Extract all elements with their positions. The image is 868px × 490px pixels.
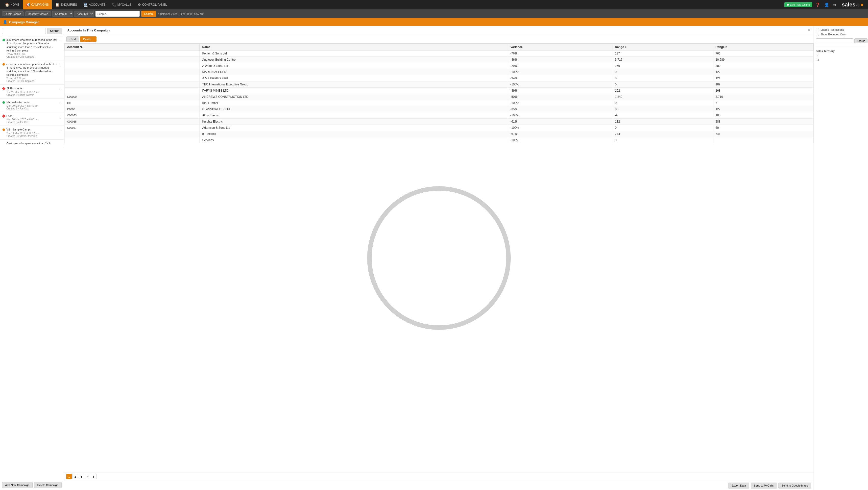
campaign-item[interactable]: Customer who spent more than 2K in — [0, 140, 64, 147]
nav-control-panel[interactable]: ⚙ CONTROL PANEL — [135, 0, 170, 9]
campaign-created-by: Created By:Victor Strumidlo — [6, 135, 59, 137]
delete-campaign-button[interactable]: Delete Campaign — [34, 482, 62, 488]
page-5-button[interactable]: 5 — [91, 474, 96, 479]
table-row[interactable]: Fenton & Sons Ltd -76% 187 766 — [65, 51, 813, 57]
nav-home[interactable]: 🏠 HOME — [2, 0, 22, 9]
cell-range1: -9 — [612, 112, 713, 119]
cell-variance: -100% — [508, 82, 612, 88]
table-row[interactable]: C00053 Alton Electro -108% -9 105 — [65, 112, 813, 119]
table-row[interactable]: C0 Kirk Lumber -100% 0 7 — [65, 100, 813, 106]
export-data-button[interactable]: Export Data — [728, 483, 749, 489]
col-variance[interactable]: Variance — [508, 44, 612, 51]
cell-acct-num: C00000 — [65, 94, 200, 100]
campaign-item[interactable]: All Prospects Tue 28 Mar 2017 at 11:57 a… — [0, 85, 64, 98]
right-panel-search-button[interactable]: Search — [855, 38, 868, 43]
cell-acct-num: C0 — [65, 100, 200, 106]
table-row[interactable]: Services -100% 0 — [65, 137, 813, 143]
col-name[interactable]: Name — [200, 44, 508, 51]
table-row[interactable]: C00000 ANDREWS CONSTRUCTION LTD -50% 1,8… — [65, 94, 813, 100]
accounts-table-wrapper[interactable]: Account N... Name Variance Range 1 Range… — [64, 44, 813, 472]
cell-variance: -61% — [508, 119, 612, 125]
right-content: Accounts In This Campaign ✕ CRM Dashb...… — [64, 26, 813, 490]
page-4-button[interactable]: 4 — [85, 474, 90, 479]
send-to-mycalls-button[interactable]: Send to MyCalls — [751, 483, 777, 489]
enquiries-icon: 📋 — [55, 3, 59, 7]
page-2-button[interactable]: 2 — [72, 474, 78, 479]
page-1-button[interactable]: 1 — [66, 474, 72, 479]
nav-campaigns[interactable]: 📢 CAMPAIGNS — [23, 0, 52, 9]
page-3-button[interactable]: 3 — [79, 474, 84, 479]
table-row[interactable]: n Electrics -67% 244 741 — [65, 131, 813, 137]
campaign-date: Tue 14 Mar 2017 at 12:57 pm — [6, 132, 59, 135]
tab-dashboard[interactable]: Dashb... — [80, 36, 96, 42]
search-go-button[interactable]: Search — [141, 11, 156, 17]
table-row[interactable]: A Water & Sons Ltd -29% 269 380 — [65, 63, 813, 69]
table-row[interactable]: C00055 Knights Electric -61% 112 288 — [65, 119, 813, 125]
campaign-created-by: Created By:Joe Cox — [6, 121, 59, 123]
enable-restrictions-checkbox[interactable] — [816, 28, 819, 31]
campaign-status-dot — [2, 128, 5, 131]
cell-range2: 168 — [713, 88, 813, 94]
cell-range2: 189 — [713, 82, 813, 88]
territory-item-01[interactable]: 01 — [816, 54, 866, 58]
col-range2[interactable]: Range 2 — [713, 44, 813, 51]
campaign-item[interactable]: customers who have purchased in the last… — [0, 60, 64, 85]
col-range1[interactable]: Range 1 — [612, 44, 713, 51]
col-acct-num[interactable]: Account N... — [65, 44, 200, 51]
quick-search-button[interactable]: Quick Search — [2, 11, 24, 16]
right-panel-scroll[interactable]: 01 04 — [816, 54, 866, 488]
enable-restrictions-label: Enable Restrictions — [820, 28, 844, 31]
table-row[interactable]: A & A Builders Yard -94% 8 121 — [65, 75, 813, 82]
sidebar-search-input[interactable] — [2, 28, 46, 34]
nav-mycalls[interactable]: 📞 MYCALLS — [109, 0, 134, 9]
cell-range2: 60 — [713, 125, 813, 131]
right-panel-search-input[interactable] — [816, 38, 854, 43]
cell-range1: 112 — [612, 119, 713, 125]
nav-accounts[interactable]: 🏦 ACCOUNTS — [81, 0, 108, 9]
recently-viewed-button[interactable]: Recently Viewed — [25, 11, 51, 16]
cell-variance: -100% — [508, 100, 612, 106]
logo: sales-i ● — [839, 1, 866, 8]
cell-name: Knights Electric — [200, 119, 508, 125]
cell-range2: 766 — [713, 51, 813, 57]
nav-enquiries[interactable]: 📋 ENQUIRIES — [52, 0, 80, 9]
help-icon[interactable]: ❓ — [814, 1, 821, 8]
cell-acct-num — [65, 63, 200, 69]
campaign-item[interactable]: Michael's Accounts Mon 20 Mar 2017 at 8:… — [0, 98, 64, 112]
campaign-item[interactable]: VS - Sample Camp. Tue 14 Mar 2017 at 12:… — [0, 126, 64, 139]
search-category-select[interactable]: Accounts — [74, 11, 94, 17]
campaign-arrow-icon: › — [60, 87, 62, 91]
cell-range1: 0 — [612, 125, 713, 131]
cell-name: Adamson & Sons Ltd — [200, 125, 508, 131]
search-type-select[interactable]: Search all — [53, 11, 73, 17]
tab-crm[interactable]: CRM — [66, 36, 79, 42]
user-icon[interactable]: 👤 — [823, 1, 830, 8]
cell-name: n Electrics — [200, 131, 508, 137]
campaign-item[interactable]: j turn Mon 20 Mar 2017 at 8:08 pm Create… — [0, 112, 64, 126]
enable-restrictions-row: Enable Restrictions — [816, 28, 866, 31]
table-row[interactable]: Anglesey Building Centre -46% 5,717 10,5… — [65, 57, 813, 63]
show-excluded-checkbox[interactable] — [816, 33, 819, 36]
close-button[interactable]: ✕ — [807, 28, 811, 33]
campaign-arrow-icon: › — [60, 128, 62, 132]
live-help-button[interactable]: Live Help Online — [784, 2, 812, 7]
campaign-arrow-icon: › — [60, 39, 62, 42]
cell-range2: 127 — [713, 106, 813, 112]
campaign-item[interactable]: customers who have purchased in the last… — [0, 36, 64, 60]
forward-icon[interactable]: ➡ — [832, 1, 837, 8]
send-to-google-maps-button[interactable]: Send to Google Maps — [778, 483, 811, 489]
table-row[interactable]: C00057 Adamson & Sons Ltd -100% 0 60 — [65, 125, 813, 131]
campaign-date: Mon 20 Mar 2017 at 8:42 pm — [6, 105, 59, 107]
cell-name: A & A Builders Yard — [200, 75, 508, 82]
cell-acct-num — [65, 137, 200, 143]
table-row[interactable]: PARYS MINES LTD -39% 102 168 — [65, 88, 813, 94]
cell-range1: 0 — [612, 100, 713, 106]
table-row[interactable]: MARTIN ASPDEN -100% 0 122 — [65, 69, 813, 75]
sidebar-search-button[interactable]: Search — [47, 28, 62, 34]
add-new-campaign-button[interactable]: Add New Campaign — [2, 482, 33, 488]
table-row[interactable]: C0000 CLASSICAL DECOR -35% 83 127 — [65, 106, 813, 112]
cell-range1: 5,717 — [612, 57, 713, 63]
territory-item-04[interactable]: 04 — [816, 58, 866, 62]
global-search-input[interactable] — [95, 11, 140, 17]
table-row[interactable]: TEC International Executive Group -100% … — [65, 82, 813, 88]
